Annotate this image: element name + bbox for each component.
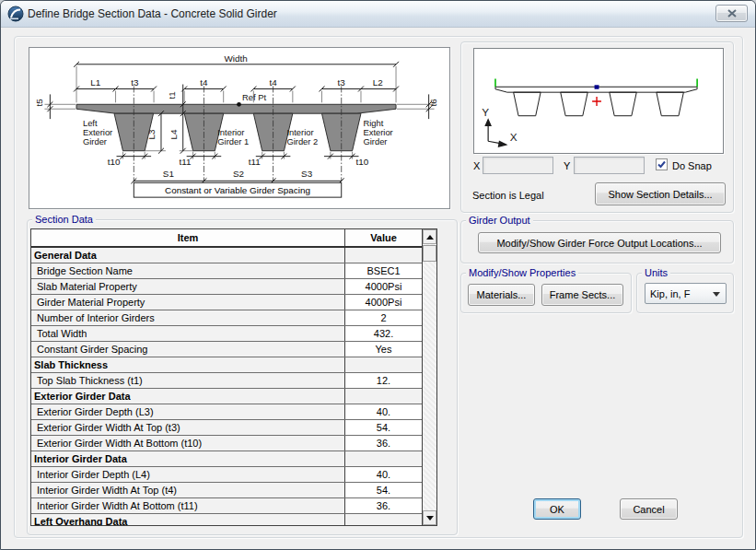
preview-girder-2 (561, 92, 587, 116)
table-row[interactable]: Girder Material Property4000Psi (31, 295, 422, 310)
table-cell-value[interactable]: 2 (345, 310, 422, 325)
table-row[interactable]: Number of Interior Girders2 (31, 310, 422, 326)
app-icon (7, 6, 24, 22)
close-icon (727, 9, 737, 18)
ok-button[interactable]: OK (533, 498, 581, 520)
section-data-table: Item Value General DataBridge Section Na… (30, 228, 437, 526)
table-cell-value[interactable] (345, 389, 422, 404)
close-button[interactable] (715, 5, 748, 22)
table-cell-value[interactable]: BSEC1 (345, 263, 422, 278)
table-cell-value[interactable]: 36. (345, 498, 422, 513)
table-cell-value[interactable]: 4000Psi (345, 279, 422, 294)
table-row[interactable]: Slab Thickness (31, 357, 422, 373)
units-selected-value: Kip, in, F (650, 288, 690, 299)
table-row[interactable]: Constant Girder SpacingYes (31, 342, 422, 357)
girder-diagram-panel: Width L1 t3 t4 t4 t3 L2 t5 t6 t1 L3 L4 R… (29, 47, 450, 209)
table-cell-item: Exterior Girder Width At Top (t3) (31, 420, 345, 435)
section-table-body: General DataBridge Section NameBSEC1Slab… (31, 248, 422, 526)
dialog-client-area: Width L1 t3 t4 t4 t3 L2 t5 t6 t1 L3 L4 R… (1, 29, 755, 549)
table-cell-value[interactable] (345, 248, 422, 263)
table-header-row: Item Value (31, 229, 422, 248)
table-cell-item: Exterior Girder Width At Bottom (t10) (31, 436, 345, 451)
preview-girder-1 (514, 92, 541, 116)
table-cell-item: Exterior Girder Data (31, 389, 345, 404)
dim-label-t11-left: t11 (180, 157, 192, 167)
scroll-up-button[interactable] (423, 229, 436, 244)
dim-label-t1: t1 (167, 91, 177, 99)
y-coordinate-input[interactable] (574, 157, 645, 174)
title-bar[interactable]: Define Bridge Section Data - Concrete So… (1, 1, 755, 28)
cancel-button[interactable]: Cancel (620, 498, 678, 520)
materials-button[interactable]: Materials... (468, 284, 535, 306)
y-coordinate-label: Y (564, 160, 570, 171)
table-row[interactable]: Top Slab Thickness (t1)12. (31, 373, 422, 389)
dim-label-s2: S2 (233, 169, 244, 179)
table-row[interactable]: Exterior Girder Width At Top (t3)54. (31, 420, 422, 436)
table-cell-value[interactable]: 12. (345, 373, 422, 388)
table-cell-value[interactable]: 40. (345, 467, 422, 482)
dim-label-t10-left: t10 (108, 157, 121, 167)
table-row[interactable]: Interior Girder Depth (L4)40. (31, 467, 422, 483)
dialog-window: Define Bridge Section Data - Concrete So… (0, 0, 756, 550)
modify-girder-force-output-button[interactable]: Modify/Show Girder Force Output Location… (478, 232, 721, 253)
table-cell-item: Constant Girder Spacing (31, 342, 345, 357)
table-row[interactable]: Exterior Girder Width At Bottom (t10)36. (31, 436, 422, 451)
table-row[interactable]: Slab Material Property4000Psi (31, 279, 422, 295)
section-preview-drawing: Y X (474, 49, 723, 153)
label-right-exterior-girder-3: Girder (363, 136, 387, 146)
dim-label-t3-right: t3 (338, 77, 346, 88)
table-cell-value[interactable] (345, 514, 422, 526)
chevron-down-icon (713, 292, 720, 300)
ref-point-label: Ref Pt (242, 92, 266, 102)
table-row[interactable]: General Data (31, 248, 422, 263)
table-cell-value[interactable]: 4000Psi (345, 295, 422, 310)
arrow-down-icon (426, 516, 434, 524)
do-snap-label: Do Snap (672, 160, 712, 171)
table-row[interactable]: Total Width432. (31, 326, 422, 342)
label-interior-girder-1-2: Girder 1 (217, 136, 249, 146)
table-cell-value[interactable]: 54. (345, 483, 422, 497)
table-cell-value[interactable]: 40. (345, 404, 422, 419)
preview-girder-4 (657, 92, 683, 116)
table-row[interactable]: Interior Girder Width At Top (t4)54. (31, 483, 422, 498)
table-cell-item: Interior Girder Depth (L4) (31, 467, 345, 482)
table-cell-value[interactable]: 36. (345, 436, 422, 451)
do-snap-checkbox[interactable] (656, 158, 668, 170)
dim-label-l1: L1 (90, 77, 100, 88)
dim-label-l3: L3 (146, 129, 157, 139)
axis-icon (485, 120, 506, 146)
table-row[interactable]: Left Overhang Data (31, 514, 422, 526)
table-cell-value[interactable] (345, 357, 422, 372)
preview-girder-3 (610, 92, 636, 116)
units-dropdown[interactable]: Kip, in, F (645, 283, 727, 304)
dim-label-s1: S1 (163, 169, 175, 179)
dim-label-t4-right: t4 (269, 77, 277, 88)
label-left-exterior-girder-3: Girder (83, 136, 107, 146)
dim-label-t10-right: t10 (356, 157, 369, 167)
table-scrollbar[interactable] (422, 229, 436, 525)
show-section-details-button[interactable]: Show Section Details... (595, 182, 726, 205)
section-data-group-title: Section Data (32, 214, 96, 226)
x-coordinate-input[interactable] (483, 157, 553, 174)
table-cell-value[interactable]: 54. (345, 420, 422, 435)
table-row[interactable]: Interior Girder Data (31, 451, 422, 467)
table-cell-item: Total Width (31, 326, 345, 341)
x-coordinate-label: X (473, 160, 480, 171)
table-row[interactable]: Bridge Section NameBSEC1 (31, 263, 422, 279)
table-row[interactable]: Exterior Girder Depth (L3)40. (31, 404, 422, 420)
table-cell-value[interactable]: 432. (345, 326, 422, 341)
scroll-down-button[interactable] (423, 510, 436, 525)
table-cell-item: Exterior Girder Depth (L3) (31, 404, 345, 419)
section-preview-canvas[interactable]: Y X (473, 48, 724, 154)
girder-diagram: Width L1 t3 t4 t4 t3 L2 t5 t6 t1 L3 L4 R… (29, 48, 449, 208)
table-cell-value[interactable]: Yes (345, 342, 422, 357)
axis-y-label: Y (482, 106, 489, 118)
arrow-up-icon (426, 231, 434, 240)
table-row[interactable]: Exterior Girder Data (31, 389, 422, 404)
frame-sects-button[interactable]: Frame Sects... (541, 284, 623, 306)
table-cell-value[interactable] (345, 451, 422, 466)
table-row[interactable]: Interior Girder Width At Bottom (t11)36. (31, 498, 422, 514)
dim-label-l4: L4 (169, 129, 179, 139)
scrollbar-thumb[interactable] (423, 245, 436, 262)
table-cell-item: Girder Material Property (31, 295, 345, 310)
